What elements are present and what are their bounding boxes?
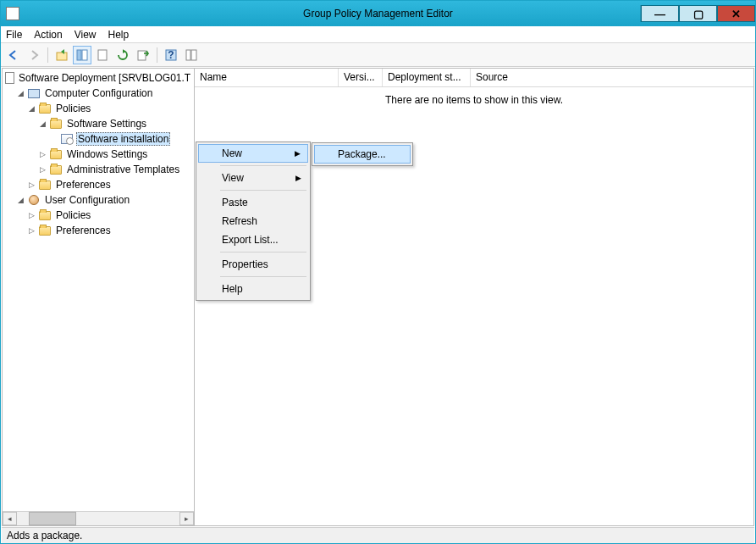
- tree-user-preferences[interactable]: Preferences: [54, 225, 113, 236]
- svg-rect-2: [82, 50, 87, 60]
- horizontal-scrollbar[interactable]: ◂ ▸: [3, 511, 194, 525]
- folder-icon: [49, 117, 63, 130]
- status-bar: Adds a package.: [2, 527, 754, 543]
- menu-view[interactable]: View: [74, 29, 97, 41]
- col-source[interactable]: Source: [471, 69, 753, 86]
- tree-user-config[interactable]: User Configuration: [43, 194, 131, 206]
- svg-rect-8: [191, 50, 196, 60]
- svg-rect-4: [138, 51, 146, 60]
- tree-computer-config[interactable]: Computer Configuration: [43, 87, 154, 99]
- properties-button[interactable]: [93, 46, 112, 64]
- expand-icon[interactable]: ▷: [26, 180, 37, 191]
- toolbar-separator: [47, 47, 48, 63]
- menu-item-label: Package...: [338, 148, 386, 160]
- tree-user-policies[interactable]: Policies: [54, 209, 92, 221]
- scroll-right-button[interactable]: ▸: [179, 512, 194, 525]
- expand-icon[interactable]: [48, 134, 59, 145]
- svg-rect-1: [77, 50, 81, 60]
- col-deployment[interactable]: Deployment st...: [383, 69, 471, 86]
- scroll-thumb[interactable]: [29, 512, 76, 525]
- forward-button[interactable]: [25, 46, 43, 64]
- folder-icon: [38, 224, 52, 237]
- menu-item-properties[interactable]: Properties: [198, 255, 308, 274]
- tree-windows-settings[interactable]: Windows Settings: [65, 148, 149, 160]
- tree-view[interactable]: Software Deployment [SRVBLOG01.T ◢Comput…: [4, 70, 192, 510]
- client-area: Software Deployment [SRVBLOG01.T ◢Comput…: [2, 68, 754, 526]
- toolbar: ?: [1, 43, 755, 67]
- show-hide-tree-button[interactable]: [73, 46, 91, 64]
- tree-software-settings[interactable]: Software Settings: [65, 118, 148, 130]
- export-button[interactable]: [134, 46, 152, 64]
- expand-icon[interactable]: ▷: [26, 210, 37, 221]
- svg-text:?: ?: [168, 49, 174, 61]
- menu-item-label: Refresh: [222, 215, 257, 227]
- column-headers: Name Versi... Deployment st... Source: [195, 69, 753, 87]
- context-menu: New▶ View▶ Paste Refresh Export List... …: [196, 142, 311, 301]
- svg-rect-3: [98, 50, 107, 60]
- menu-item-label: Properties: [222, 258, 268, 270]
- menu-separator: [220, 276, 306, 277]
- toolbar-separator: [157, 47, 157, 63]
- user-icon: [27, 193, 41, 207]
- menu-item-paste[interactable]: Paste: [198, 193, 308, 212]
- folder-icon: [38, 208, 52, 222]
- menu-action[interactable]: Action: [34, 29, 62, 41]
- expand-icon[interactable]: ▷: [37, 164, 48, 175]
- menu-item-export[interactable]: Export List...: [198, 230, 308, 249]
- title-bar: Group Policy Management Editor — ▢ ✕: [1, 1, 755, 26]
- folder-icon: [38, 102, 52, 115]
- svg-rect-0: [57, 53, 67, 60]
- submenu-arrow-icon: ▶: [295, 174, 301, 182]
- collapse-icon[interactable]: ◢: [26, 103, 37, 114]
- folder-icon: [38, 178, 52, 192]
- help-button[interactable]: ?: [162, 46, 180, 64]
- menu-bar: File Action View Help: [1, 26, 755, 43]
- menu-item-label: Paste: [222, 197, 248, 208]
- scroll-left-button[interactable]: ◂: [3, 512, 17, 525]
- menu-item-refresh[interactable]: Refresh: [198, 212, 308, 230]
- menu-item-label: View: [222, 172, 244, 184]
- collapse-icon[interactable]: ◢: [15, 195, 26, 206]
- up-button[interactable]: [52, 46, 71, 64]
- folder-icon: [49, 147, 63, 161]
- menu-separator: [220, 165, 306, 166]
- menu-help[interactable]: Help: [108, 29, 130, 41]
- menu-item-view[interactable]: View▶: [198, 169, 308, 187]
- col-version[interactable]: Versi...: [339, 69, 383, 86]
- context-submenu-new: Package...: [312, 142, 413, 166]
- tree-root[interactable]: Software Deployment [SRVBLOG01.T: [17, 72, 192, 84]
- document-icon: [5, 71, 14, 85]
- menu-file[interactable]: File: [6, 29, 22, 41]
- collapse-icon[interactable]: ◢: [15, 88, 26, 99]
- menu-separator: [220, 190, 306, 191]
- col-name[interactable]: Name: [195, 69, 339, 86]
- menu-separator: [220, 252, 306, 253]
- tree-admin-templates[interactable]: Administrative Templates: [65, 164, 181, 175]
- menu-item-new[interactable]: New▶: [198, 144, 308, 163]
- menu-item-label: New: [222, 147, 242, 159]
- back-button[interactable]: [4, 46, 23, 64]
- tree-software-installation[interactable]: Software installation: [76, 132, 170, 146]
- expand-icon[interactable]: ▷: [26, 225, 37, 236]
- expand-icon[interactable]: ▷: [37, 149, 48, 160]
- svg-rect-7: [186, 50, 190, 60]
- window-title: Group Policy Management Editor: [1, 8, 755, 19]
- status-text: Adds a package.: [7, 530, 82, 541]
- submenu-arrow-icon: ▶: [295, 149, 301, 158]
- computer-icon: [27, 86, 41, 100]
- collapse-icon[interactable]: ◢: [37, 119, 48, 130]
- package-icon: [60, 132, 74, 146]
- menu-item-help[interactable]: Help: [198, 280, 308, 298]
- tree-policies[interactable]: Policies: [54, 103, 92, 114]
- menu-item-package[interactable]: Package...: [314, 145, 411, 164]
- menu-item-label: Help: [222, 283, 243, 295]
- tree-pane: Software Deployment [SRVBLOG01.T ◢Comput…: [2, 68, 195, 526]
- folder-icon: [49, 163, 63, 176]
- tree-preferences[interactable]: Preferences: [54, 179, 113, 191]
- refresh-button[interactable]: [113, 46, 132, 64]
- menu-item-label: Export List...: [222, 234, 279, 246]
- options-button[interactable]: [182, 46, 201, 64]
- empty-list-message: There are no items to show in this view.: [195, 87, 753, 106]
